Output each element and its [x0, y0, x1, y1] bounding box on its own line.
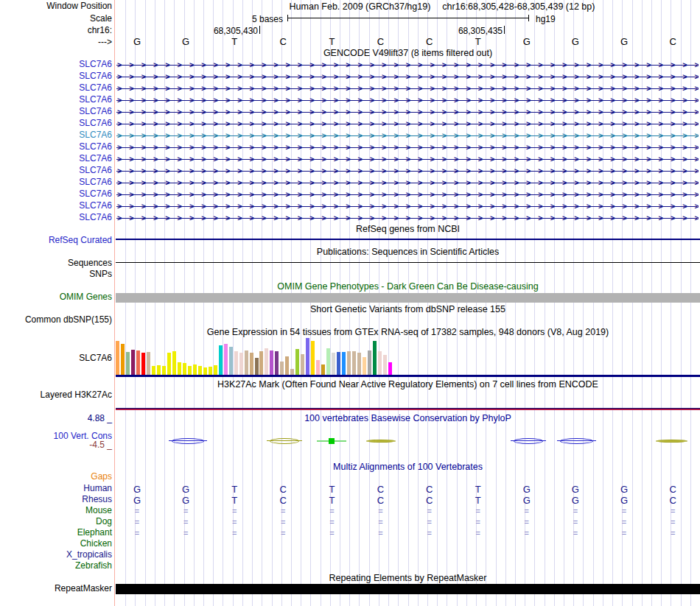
track-title-multiz[interactable]: Multiz Alignments of 100 Vertebrates [116, 462, 700, 472]
gtex-tissue-bar [209, 367, 212, 375]
window-position-label: Window Position [0, 1, 112, 11]
h3k27ac-maroon-line [116, 409, 700, 410]
alignment-base: T [226, 484, 242, 495]
gtex-tissue-bar [152, 366, 155, 375]
gtex-tissue-bar [342, 352, 346, 375]
track-title-repeatmasker[interactable]: Repeating Elements by RepeatMasker [116, 574, 700, 583]
gene-row-transcript[interactable]: >>>>>>>>>>>>>>>>>>>>>>>>>>>>>>>>>>>>>>>>… [116, 59, 699, 71]
gene-label-slc7a6[interactable]: SLC7A6 [0, 119, 112, 128]
gtex-tissue-bar [229, 347, 233, 375]
track-label-sequences[interactable]: Sequences [0, 258, 112, 268]
genome-browser-screenshot: Window Position Human Feb. 2009 (GRCh37/… [0, 0, 700, 606]
gene-row-transcript[interactable]: >>>>>>>>>>>>>>>>>>>>>>>>>>>>>>>>>>>>>>>>… [116, 141, 699, 153]
conservation-ellipse [172, 438, 204, 444]
species-label-dog[interactable]: Dog [0, 517, 112, 526]
gene-label-slc7a6[interactable]: SLC7A6 [0, 95, 112, 105]
conservation-midline [267, 440, 302, 441]
gene-row-transcript[interactable]: >>>>>>>>>>>>>>>>>>>>>>>>>>>>>>>>>>>>>>>>… [116, 130, 699, 141]
track-label-snps[interactable]: SNPs [0, 269, 112, 279]
strand-arrows: >>>>>>>>>>>>>>>>>>>>>>>>>>>>>>>>>>>>>>>>… [117, 82, 699, 94]
gtex-tissue-bar [301, 354, 304, 375]
reference-base: T [227, 37, 242, 47]
gene-label-slc7a6[interactable]: SLC7A6 [0, 201, 112, 211]
gene-row-transcript[interactable]: >>>>>>>>>>>>>>>>>>>>>>>>>>>>>>>>>>>>>>>>… [116, 212, 699, 224]
track-title-omim[interactable]: OMIM Gene Phenotypes - Dark Green Can Be… [116, 282, 700, 292]
gtex-tissue-bar [203, 367, 207, 375]
gene-label-slc7a6[interactable]: SLC7A6 [0, 189, 112, 199]
alignment-double-gap: = [616, 529, 632, 538]
publications-sequences-item[interactable] [116, 262, 700, 263]
gtex-tissue-bar [157, 365, 161, 375]
species-label-rhesus[interactable]: Rhesus [0, 495, 112, 504]
gene-row-transcript[interactable]: >>>>>>>>>>>>>>>>>>>>>>>>>>>>>>>>>>>>>>>>… [116, 106, 699, 118]
track-label-gtex-gene[interactable]: SLC7A6 [0, 353, 112, 363]
gene-label-slc7a6[interactable]: SLC7A6 [0, 142, 112, 152]
alignment-double-gap: = [567, 507, 584, 515]
alignment-base: C [421, 484, 438, 495]
gtex-tissue-bar [280, 362, 284, 375]
track-label-layered-h3k27ac[interactable]: Layered H3K27Ac [0, 390, 112, 400]
species-label-elephant[interactable]: Elephant [0, 528, 112, 538]
alignment-double-gap: = [665, 529, 681, 538]
omim-gene-bar[interactable] [116, 293, 700, 303]
gtex-tissue-bar [357, 353, 361, 375]
gene-row-transcript[interactable]: >>>>>>>>>>>>>>>>>>>>>>>>>>>>>>>>>>>>>>>>… [116, 71, 699, 82]
gene-row-transcript[interactable]: >>>>>>>>>>>>>>>>>>>>>>>>>>>>>>>>>>>>>>>>… [116, 118, 699, 130]
track-label-refseq-curated[interactable]: RefSeq Curated [0, 236, 112, 245]
track-title-gtex[interactable]: Gene Expression in 54 tissues from GTEx … [116, 328, 700, 337]
reference-base: G [617, 37, 631, 47]
gene-label-slc7a6[interactable]: SLC7A6 [0, 107, 112, 116]
conservation-midline [169, 440, 207, 441]
strand-arrows: >>>>>>>>>>>>>>>>>>>>>>>>>>>>>>>>>>>>>>>>… [117, 165, 699, 177]
track-label-omim-genes[interactable]: OMIM Genes [0, 292, 112, 302]
species-label-zebrafish[interactable]: Zebrafish [0, 561, 112, 571]
track-label-common-dbsnp[interactable]: Common dbSNP(155) [0, 315, 112, 325]
gene-row-transcript[interactable]: >>>>>>>>>>>>>>>>>>>>>>>>>>>>>>>>>>>>>>>>… [116, 165, 699, 177]
species-label-human[interactable]: Human [0, 484, 112, 493]
species-label-gaps[interactable]: Gaps [0, 472, 112, 482]
refseq-curated-item[interactable] [116, 239, 700, 240]
strand-direction-label: ---> [0, 38, 112, 47]
gene-label-slc7a6[interactable]: SLC7A6 [0, 166, 112, 175]
alignment-double-gap: = [275, 518, 291, 526]
track-title-gencode[interactable]: GENCODE V49lift37 (8 items filtered out) [116, 49, 700, 58]
conservation-midline [557, 440, 596, 441]
gene-label-slc7a6[interactable]: SLC7A6 [0, 154, 112, 163]
gtex-tissue-bar [131, 350, 135, 375]
species-label-chicken[interactable]: Chicken [0, 539, 112, 549]
gtex-tissue-bar [378, 351, 382, 375]
track-label-repeatmasker[interactable]: RepeatMasker [0, 584, 112, 593]
gene-label-slc7a6[interactable]: SLC7A6 [0, 177, 112, 187]
track-title-conservation[interactable]: 100 vertebrates Basewise Conservation by… [116, 414, 700, 423]
gene-row-transcript[interactable]: >>>>>>>>>>>>>>>>>>>>>>>>>>>>>>>>>>>>>>>>… [116, 153, 699, 165]
gene-label-slc7a6[interactable]: SLC7A6 [0, 71, 112, 81]
gtex-tissue-bar [121, 344, 125, 375]
track-title-h3k27ac[interactable]: H3K27Ac Mark (Often Found Near Active Re… [116, 380, 700, 390]
gene-row-transcript[interactable]: >>>>>>>>>>>>>>>>>>>>>>>>>>>>>>>>>>>>>>>>… [116, 177, 699, 189]
alignment-base: G [519, 484, 535, 495]
assembly-title: Human Feb. 2009 (GRCh37/hg19) [290, 1, 431, 12]
track-title-dbsnp[interactable]: Short Genetic Variants from dbSNP releas… [116, 305, 700, 314]
species-label-x_tropicalis[interactable]: X_tropicalis [0, 550, 112, 560]
gene-row-transcript[interactable]: >>>>>>>>>>>>>>>>>>>>>>>>>>>>>>>>>>>>>>>>… [116, 189, 699, 200]
conservation-ellipse [270, 438, 299, 444]
alignment-double-gap: = [421, 507, 438, 515]
gene-row-transcript[interactable]: >>>>>>>>>>>>>>>>>>>>>>>>>>>>>>>>>>>>>>>>… [116, 94, 699, 106]
track-title-refseq[interactable]: RefSeq genes from NCBI [116, 225, 700, 234]
gene-label-slc7a6[interactable]: SLC7A6 [0, 83, 112, 93]
conservation-ellipse [560, 438, 593, 444]
gene-row-transcript[interactable]: >>>>>>>>>>>>>>>>>>>>>>>>>>>>>>>>>>>>>>>>… [116, 200, 699, 212]
track-title-publications[interactable]: Publications: Sequences in Scientific Ar… [116, 247, 700, 257]
alignment-base: G [519, 495, 535, 506]
repeatmasker-element-bar[interactable] [116, 584, 700, 594]
alignment-double-gap: = [567, 529, 584, 538]
species-label-mouse[interactable]: Mouse [0, 506, 112, 515]
gene-row-transcript[interactable]: >>>>>>>>>>>>>>>>>>>>>>>>>>>>>>>>>>>>>>>>… [116, 82, 699, 94]
gtex-baseline [116, 375, 700, 377]
gene-label-slc7a6[interactable]: SLC7A6 [0, 130, 112, 140]
strand-arrows: >>>>>>>>>>>>>>>>>>>>>>>>>>>>>>>>>>>>>>>>… [117, 106, 699, 118]
scale-value: 5 bases [195, 14, 283, 24]
gene-label-slc7a6[interactable]: SLC7A6 [0, 60, 112, 69]
gtex-tissue-bar [116, 341, 119, 375]
gene-label-slc7a6[interactable]: SLC7A6 [0, 213, 112, 222]
